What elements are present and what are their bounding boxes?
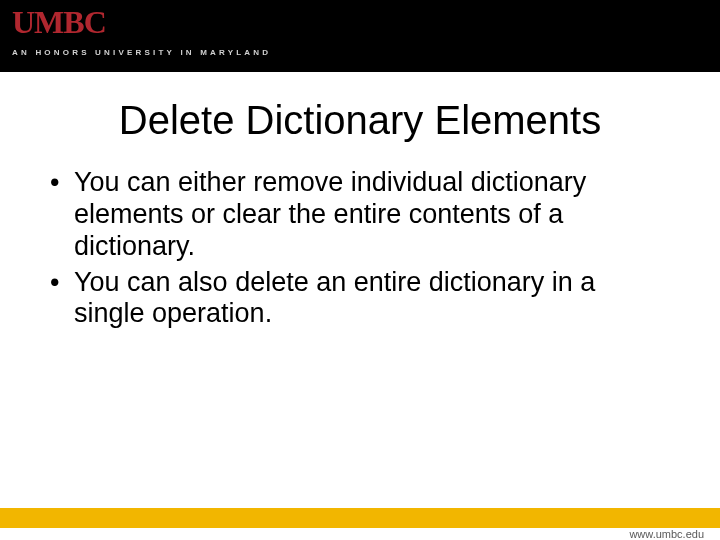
slide: UMBC AN HONORS UNIVERSITY IN MARYLAND De…	[0, 0, 720, 540]
header-band: UMBC AN HONORS UNIVERSITY IN MARYLAND	[0, 0, 720, 72]
logo-tagline: AN HONORS UNIVERSITY IN MARYLAND	[12, 48, 271, 57]
footer: www.umbc.edu	[0, 508, 720, 540]
logo: UMBC AN HONORS UNIVERSITY IN MARYLAND	[12, 6, 271, 57]
footer-url: www.umbc.edu	[629, 528, 704, 540]
logo-wordmark: UMBC	[12, 6, 271, 38]
list-item: You can either remove individual diction…	[48, 167, 672, 263]
bullet-list: You can either remove individual diction…	[48, 167, 672, 330]
footer-accent-bar	[0, 508, 720, 528]
list-item: You can also delete an entire dictionary…	[48, 267, 672, 331]
slide-body: You can either remove individual diction…	[48, 167, 672, 330]
slide-title: Delete Dictionary Elements	[0, 98, 720, 143]
